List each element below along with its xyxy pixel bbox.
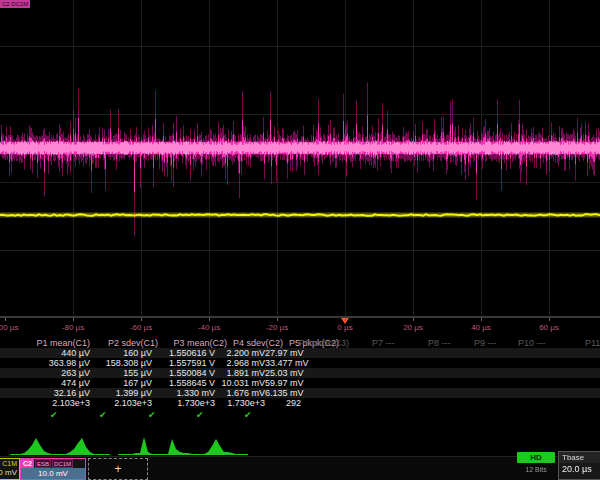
c2-filter-badge: ESB [35, 459, 51, 468]
measurement-value: 2.968 mV [215, 358, 265, 368]
channel-c2-box[interactable]: C2 ESB DC1M 10.0 mV [20, 458, 86, 480]
table-row: 32.16 µV1.399 µV1.330 mV1.676 mV6.135 mV [0, 388, 600, 398]
axis-tick [481, 318, 482, 321]
axis-tick [277, 318, 278, 321]
c2-scale-value: 10.0 mV [21, 468, 85, 479]
timebase-title: Tbase [559, 452, 600, 463]
measurement-value: 1.557591 V [152, 358, 215, 368]
measurement-value: 263 µV [0, 368, 90, 378]
table-row: 363.98 µV158.308 µV1.557591 V2.968 mV33.… [0, 358, 600, 368]
measurement-value: 1.676 mV [215, 388, 265, 398]
measurement-table: P1 mean(C1)P2 sdev(C1)P3 mean(C2)P4 sdev… [0, 338, 600, 422]
measurement-value: 440 µV [0, 348, 90, 358]
axis-tick-label: 20 µs [403, 323, 423, 332]
axis-tick [549, 318, 550, 321]
c2-coupling-badge: DC1M [52, 459, 73, 468]
measurement-value: 2.200 mV [215, 348, 265, 358]
oscilloscope-screen: C2 DC1M -100 µs-80 µs-60 µs-40 µs-20 µs0… [0, 0, 600, 480]
measurement-value: 2.103e+3 [90, 398, 152, 408]
c1-scale-value: 0 mV [0, 468, 19, 478]
measurement-value: 33.477 mV [265, 358, 301, 368]
status-check-icon: ✔ [50, 410, 58, 420]
axis-tick-label: -100 µs [0, 323, 18, 332]
parameter-header[interactable]: P3 mean(C2) [164, 338, 233, 348]
parameter-header-unused[interactable]: P11 [585, 338, 600, 348]
measurement-value: 1.558645 V [152, 378, 215, 388]
axis-tick-label: 60 µs [539, 323, 559, 332]
table-header-row: P1 mean(C1)P2 sdev(C1)P3 mean(C2)P4 sdev… [0, 338, 600, 348]
trace-label: C2 DC1M [0, 0, 30, 8]
parameter-header-unused[interactable]: P7 --- [372, 338, 395, 348]
table-row: 2.103e+32.103e+31.730e+31.730e+3292 [0, 398, 600, 408]
measurement-value: 167 µV [90, 378, 152, 388]
parameter-header-unused[interactable]: P8 --- [428, 338, 451, 348]
measurement-value: 1.891 mV [215, 368, 265, 378]
measurement-value: 363.98 µV [0, 358, 90, 368]
table-row: 474 µV167 µV1.558645 V10.031 mV59.97 mV [0, 378, 600, 388]
axis-tick-label: 0 µs [337, 323, 352, 332]
waveform-grid-display[interactable] [0, 0, 600, 317]
measurement-value: 32.16 µV [0, 388, 90, 398]
table-row: 263 µV155 µV1.550084 V1.891 mV25.03 mV [0, 368, 600, 378]
axis-tick-label: -60 µs [130, 323, 152, 332]
axis-tick-label: -40 µs [198, 323, 220, 332]
status-check-icon: ✔ [196, 410, 204, 420]
channel-c1-box[interactable]: C1M 0 mV [0, 458, 20, 480]
measurement-value: 6.135 mV [265, 388, 301, 398]
timebase-scale-value: 20.0 µs [559, 463, 600, 476]
measurement-value: 1.330 mV [152, 388, 215, 398]
table-row: 440 µV160 µV1.550616 V2.200 mV27.97 mV [0, 348, 600, 358]
status-row: ✔✔✔✔✔ [0, 410, 600, 422]
parameter-header[interactable]: P1 mean(C1) [0, 338, 96, 348]
measurement-value: 155 µV [90, 368, 152, 378]
axis-tick [73, 318, 74, 321]
measurement-value: 160 µV [90, 348, 152, 358]
add-channel-button[interactable]: + [88, 458, 148, 480]
measurement-value: 158.308 µV [90, 358, 152, 368]
hd-bits-label: 12 Bits [517, 466, 555, 473]
timebase-axis: -100 µs-80 µs-60 µs-40 µs-20 µs0 µs20 µs… [0, 317, 600, 336]
axis-tick [345, 318, 346, 321]
axis-tick-label: -20 µs [266, 323, 288, 332]
parameter-header-unused[interactable]: P10 --- [518, 338, 546, 348]
c2-name-badge: C2 [21, 459, 34, 468]
axis-tick [413, 318, 414, 321]
parameter-header[interactable]: P4 sdev(C2) [233, 338, 289, 348]
measurement-value: 474 µV [0, 378, 90, 388]
measurement-value: 1.550084 V [152, 368, 215, 378]
measurement-value: 1.730e+3 [152, 398, 215, 408]
c2-header: C2 ESB DC1M [21, 459, 85, 468]
parameter-header[interactable]: P2 sdev(C1) [96, 338, 164, 348]
c1-coupling-label: C1M [0, 459, 19, 468]
measurement-value: 27.97 mV [265, 348, 301, 358]
axis-tick [209, 318, 210, 321]
axis-tick [141, 318, 142, 321]
measurement-value: 1.399 µV [90, 388, 152, 398]
axis-tick-label: -80 µs [62, 323, 84, 332]
measurement-value: 25.03 mV [265, 368, 301, 378]
measurement-value: 1.730e+3 [215, 398, 265, 408]
timebase-box[interactable]: Tbase 20.0 µs [558, 451, 600, 480]
measurement-value: 1.550616 V [152, 348, 215, 358]
measurement-value: 10.031 mV [215, 378, 265, 388]
channel-descriptor-bar: C1M 0 mV C2 ESB DC1M 10.0 mV + [0, 456, 600, 480]
hd-mode-badge[interactable]: HD [517, 452, 555, 463]
parameter-header-unused[interactable]: P9 --- [474, 338, 497, 348]
measurement-value: 292 [265, 398, 301, 408]
measurement-value: 2.103e+3 [0, 398, 90, 408]
axis-tick-label: 40 µs [471, 323, 491, 332]
status-check-icon: ✔ [99, 410, 107, 420]
measurement-value: 59.97 mV [265, 378, 301, 388]
parameter-header-unused[interactable]: P6 pkpk(C3) [299, 338, 349, 348]
histicon-strip [0, 432, 600, 456]
status-check-icon: ✔ [148, 410, 156, 420]
status-check-icon: ✔ [244, 410, 252, 420]
axis-tick [5, 318, 6, 321]
